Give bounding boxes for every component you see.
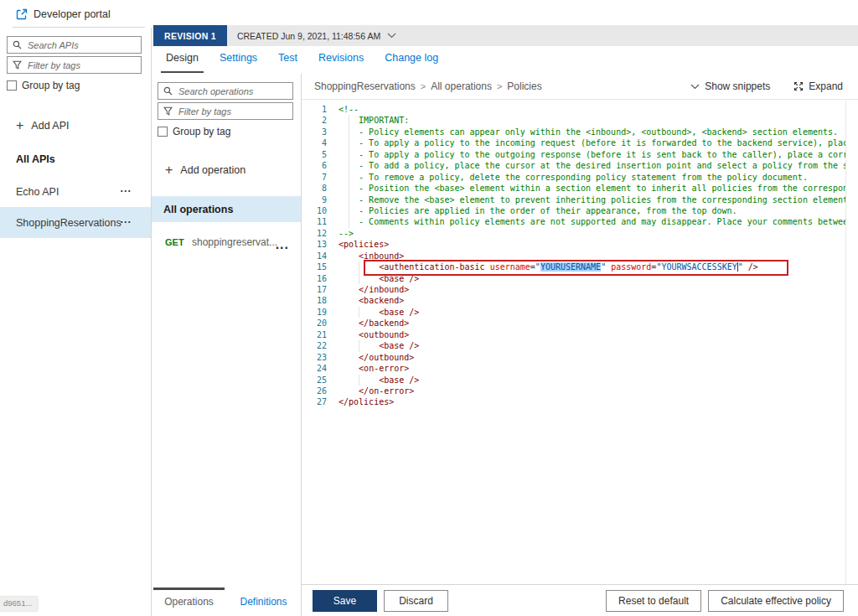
expand-button[interactable]: Expand bbox=[793, 80, 843, 92]
line-number: 13 bbox=[302, 239, 327, 250]
tab-operations[interactable]: Operations bbox=[152, 588, 226, 616]
code-line-25: 25 <base /> bbox=[302, 375, 845, 386]
add-operation-button[interactable]: + Add operation bbox=[165, 164, 301, 176]
tab-definitions[interactable]: Definitions bbox=[226, 588, 301, 616]
line-number: 15 bbox=[302, 261, 327, 272]
ellipsis-menu-icon[interactable]: ... bbox=[276, 237, 289, 252]
ellipsis-menu-icon[interactable]: ... bbox=[121, 214, 132, 225]
search-apis-box bbox=[7, 36, 142, 54]
code-text: <base /> bbox=[339, 340, 419, 351]
code-line-27: 27</policies> bbox=[302, 396, 845, 407]
line-number: 22 bbox=[302, 340, 327, 351]
sidebar-item-shoppingreservations[interactable]: ShoppingReservations... bbox=[0, 207, 152, 238]
code-text: </on-error> bbox=[339, 386, 414, 396]
operations-definitions-tabs: OperationsDefinitions bbox=[152, 588, 301, 616]
breadcrumb-separator: > bbox=[497, 81, 502, 91]
line-number: 26 bbox=[302, 386, 327, 396]
code-line-20: 20 </backend> bbox=[302, 318, 845, 329]
api-name: ShoppingReservations bbox=[16, 217, 121, 229]
line-number: 24 bbox=[302, 363, 327, 374]
add-api-label: Add API bbox=[31, 120, 69, 132]
line-number: 5 bbox=[302, 149, 327, 160]
ops-group-by-tag-row: Group by tag bbox=[158, 126, 294, 137]
sidebar-item-echo-api[interactable]: Echo API... bbox=[0, 176, 152, 207]
reset-to-default-button[interactable]: Reset to default bbox=[606, 590, 701, 612]
tab-settings[interactable]: Settings bbox=[214, 47, 262, 73]
tab-change-log[interactable]: Change log bbox=[380, 47, 443, 73]
code-line-12: 12--> bbox=[302, 228, 845, 239]
expand-icon bbox=[793, 81, 804, 91]
code-line-19: 19 <base /> bbox=[302, 307, 845, 318]
all-operations-label: All operations bbox=[163, 204, 233, 215]
operation-name: shoppingreservat... bbox=[192, 236, 277, 248]
code-line-8: 8 - Position the <base> element within a… bbox=[302, 183, 845, 194]
code-line-5: 5 - To apply a policy to the outgoing re… bbox=[302, 149, 845, 160]
api-tab-bar: DesignSettingsTestRevisionsChange log bbox=[152, 47, 858, 73]
filter-operations-input[interactable] bbox=[158, 103, 292, 119]
add-operation-label: Add operation bbox=[180, 164, 246, 176]
code-text: </outbound> bbox=[339, 352, 414, 363]
code-text: </backend> bbox=[339, 318, 409, 329]
line-number: 1 bbox=[302, 104, 327, 115]
discard-button[interactable]: Discard bbox=[384, 590, 448, 612]
breadcrumb-item[interactable]: All operations bbox=[431, 80, 492, 92]
group-by-tag-checkbox[interactable] bbox=[7, 80, 17, 91]
code-text: <outbound> bbox=[339, 329, 409, 340]
code-line-9: 9 - Remove the <base> element to prevent… bbox=[302, 194, 845, 205]
code-line-15: 15 <authentication-basic username="YOURU… bbox=[302, 261, 845, 272]
tab-design[interactable]: Design bbox=[161, 47, 204, 73]
search-operations-box bbox=[158, 82, 293, 100]
code-text: <on-error> bbox=[339, 363, 409, 374]
all-operations-item[interactable]: All operations bbox=[152, 196, 301, 222]
code-line-11: 11 - Comments within policy elements are… bbox=[302, 216, 845, 227]
api-name: Echo API bbox=[16, 186, 59, 198]
line-number: 8 bbox=[302, 183, 327, 194]
code-line-24: 24 <on-error> bbox=[302, 363, 845, 374]
line-number: 6 bbox=[302, 160, 327, 171]
code-text: <backend> bbox=[339, 295, 404, 306]
chevron-down-icon bbox=[690, 84, 700, 90]
breadcrumb-item[interactable]: Policies bbox=[507, 80, 541, 92]
code-text: - To add a policy, place the cursor at t… bbox=[339, 160, 846, 171]
tab-test[interactable]: Test bbox=[273, 47, 302, 73]
code-text: - To remove a policy, delete the corresp… bbox=[339, 172, 808, 183]
code-line-23: 23 </outbound> bbox=[302, 352, 845, 363]
developer-portal-link[interactable]: Developer portal bbox=[0, 0, 152, 28]
search-apis-input[interactable] bbox=[8, 37, 141, 53]
policy-footer: Save Discard Reset to default Calculate … bbox=[302, 584, 858, 616]
api-list: Echo API...ShoppingReservations... bbox=[0, 176, 152, 238]
toolbar-actions: Show snippets Expand bbox=[690, 80, 843, 92]
line-number: 12 bbox=[302, 228, 327, 239]
group-by-tag-row: Group by tag bbox=[7, 80, 145, 91]
line-number: 27 bbox=[302, 396, 327, 407]
revision-created-strip[interactable]: CREATED Jun 9, 2021, 11:48:56 AM bbox=[227, 25, 858, 46]
show-snippets-button[interactable]: Show snippets bbox=[690, 80, 770, 92]
line-number: 4 bbox=[302, 137, 327, 148]
all-apis-heading: All APIs bbox=[16, 153, 152, 165]
calculate-effective-policy-button[interactable]: Calculate effective policy bbox=[708, 590, 844, 612]
ops-group-by-tag-label: Group by tag bbox=[173, 126, 230, 137]
code-line-18: 18 <backend> bbox=[302, 295, 845, 306]
ops-group-by-tag-checkbox[interactable] bbox=[158, 127, 168, 137]
tab-revisions[interactable]: Revisions bbox=[313, 47, 369, 73]
add-api-button[interactable]: + Add API bbox=[16, 120, 152, 132]
search-operations-input[interactable] bbox=[158, 83, 292, 99]
code-text: - To apply a policy to the incoming requ… bbox=[339, 137, 846, 148]
code-text: - Remove the <base> element to prevent i… bbox=[339, 194, 846, 205]
line-number: 25 bbox=[302, 375, 327, 386]
breadcrumb: ShoppingReservations>All operations>Poli… bbox=[314, 80, 542, 92]
ellipsis-menu-icon[interactable]: ... bbox=[121, 183, 132, 194]
filter-apis-input[interactable] bbox=[8, 57, 141, 73]
operation-item[interactable]: GETshoppingreservat...... bbox=[152, 229, 301, 256]
code-text: <policies> bbox=[339, 239, 389, 250]
policy-code-editor[interactable]: 1<!--2 IMPORTANT:3 - Policy elements can… bbox=[302, 101, 846, 584]
line-number: 9 bbox=[302, 194, 327, 205]
plus-icon: + bbox=[16, 120, 23, 132]
code-line-26: 26 </on-error> bbox=[302, 386, 845, 396]
expand-label: Expand bbox=[809, 80, 843, 92]
breadcrumb-item[interactable]: ShoppingReservations bbox=[314, 80, 416, 92]
code-text: - Policies are applied in the order of t… bbox=[339, 205, 737, 216]
code-line-13: 13<policies> bbox=[302, 239, 845, 250]
divider bbox=[13, 27, 145, 28]
save-button[interactable]: Save bbox=[313, 590, 377, 612]
